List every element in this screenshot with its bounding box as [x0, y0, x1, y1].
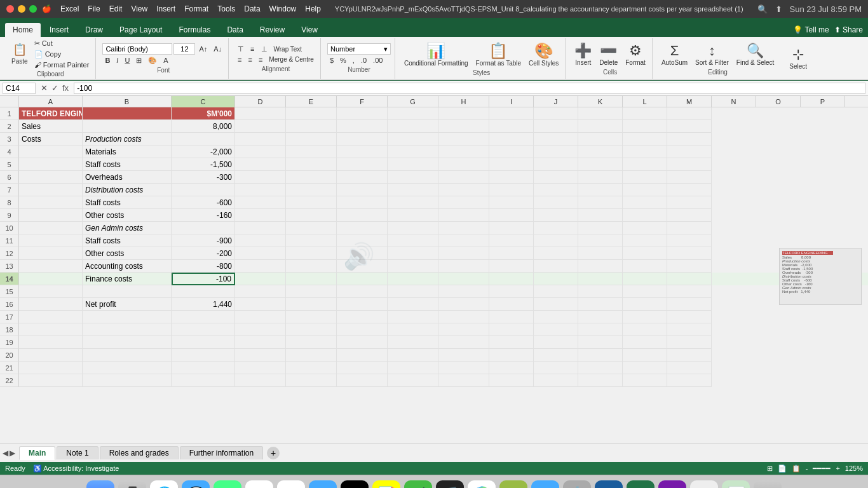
cell-l14[interactable]	[623, 273, 667, 285]
cell-b12[interactable]: Other costs	[83, 247, 172, 260]
cell-a6[interactable]	[19, 171, 83, 184]
cell-b21[interactable]	[83, 362, 172, 374]
cell-h14[interactable]	[438, 273, 489, 285]
cell-a11[interactable]	[19, 234, 83, 247]
cell-e2[interactable]	[286, 120, 337, 133]
share-button[interactable]: ⬆ Share	[834, 25, 863, 34]
cell-e22[interactable]	[286, 374, 337, 387]
cell-a17[interactable]	[19, 311, 83, 323]
cell-d22[interactable]	[235, 374, 286, 387]
dock-terminal[interactable]: 💻	[341, 480, 369, 489]
sheet-tab-note1[interactable]: Note 1	[57, 446, 98, 459]
dock-notes[interactable]: 📝	[372, 480, 400, 489]
cell-m20[interactable]	[667, 349, 712, 362]
cell-a21[interactable]	[19, 362, 83, 374]
sheet-nav-left[interactable]: ◀	[3, 449, 8, 458]
dock-messages[interactable]: 💬	[182, 480, 210, 489]
align-right-button[interactable]: ≡	[256, 55, 265, 64]
cell-m14[interactable]	[667, 273, 712, 285]
cell-l12[interactable]	[623, 247, 667, 260]
cell-b22[interactable]	[83, 374, 172, 387]
align-top-button[interactable]: ⊤	[235, 44, 247, 54]
cell-styles-button[interactable]: 🎨 Cell Styles	[526, 41, 561, 68]
cell-f8[interactable]	[337, 196, 388, 209]
align-center-button[interactable]: ≡	[246, 55, 255, 64]
wrap-text-button[interactable]: Wrap Text	[271, 45, 305, 53]
cell-c14[interactable]: -100	[172, 273, 235, 285]
cell-f9[interactable]	[337, 209, 388, 222]
cell-f18[interactable]	[337, 323, 388, 336]
cell-k21[interactable]	[578, 362, 623, 374]
cell-c8[interactable]: -600	[172, 196, 235, 209]
cell-h1[interactable]	[438, 107, 489, 120]
cell-k20[interactable]	[578, 349, 623, 362]
dock-launchpad[interactable]: 📱	[118, 480, 146, 489]
cell-m18[interactable]	[667, 323, 712, 336]
confirm-formula-icon[interactable]: ✓	[51, 83, 58, 93]
cell-f19[interactable]	[337, 336, 388, 349]
share-title-icon[interactable]: ⬆	[775, 4, 782, 14]
cell-m3[interactable]	[667, 133, 712, 146]
dock-facetime[interactable]: 📹	[404, 480, 432, 489]
menu-format[interactable]: Format	[184, 4, 208, 13]
dock-safari[interactable]: 🌐	[150, 480, 178, 489]
cell-a19[interactable]	[19, 336, 83, 349]
view-page-break-icon[interactable]: 📋	[792, 464, 801, 473]
cell-e9[interactable]	[286, 209, 337, 222]
view-page-icon[interactable]: 📄	[778, 464, 787, 473]
cell-d9[interactable]	[235, 209, 286, 222]
cell-h8[interactable]	[438, 196, 489, 209]
cell-j7[interactable]	[534, 184, 578, 196]
cell-d21[interactable]	[235, 362, 286, 374]
paste-button[interactable]: 📋 Paste	[9, 42, 31, 66]
sheet-tab-further[interactable]: Further information	[180, 446, 263, 459]
cell-k22[interactable]	[578, 374, 623, 387]
cell-m2[interactable]	[667, 120, 712, 133]
cell-c7[interactable]	[172, 184, 235, 196]
cell-f21[interactable]	[337, 362, 388, 374]
cell-a5[interactable]	[19, 158, 83, 171]
cell-i9[interactable]	[489, 209, 534, 222]
cell-d1[interactable]	[235, 107, 286, 120]
cell-h19[interactable]	[438, 336, 489, 349]
cell-a13[interactable]	[19, 260, 83, 273]
cell-e17[interactable]	[286, 311, 337, 323]
menu-data[interactable]: Data	[244, 4, 260, 13]
cell-a4[interactable]	[19, 146, 83, 158]
cell-j21[interactable]	[534, 362, 578, 374]
cell-d14[interactable]	[235, 273, 286, 285]
col-header-h[interactable]: H	[438, 96, 489, 107]
col-header-d[interactable]: D	[235, 96, 286, 107]
cell-b5[interactable]: Staff costs	[83, 158, 172, 171]
cell-b7[interactable]: Distribution costs	[83, 184, 172, 196]
cell-a14[interactable]	[19, 273, 83, 285]
cell-l19[interactable]	[623, 336, 667, 349]
cell-m9[interactable]	[667, 209, 712, 222]
cell-d6[interactable]	[235, 171, 286, 184]
minimize-button[interactable]	[18, 5, 25, 13]
dock-appstore[interactable]: 🛍	[531, 480, 559, 489]
cell-b9[interactable]: Other costs	[83, 209, 172, 222]
cell-g16[interactable]	[388, 298, 438, 311]
cell-d4[interactable]	[235, 146, 286, 158]
cell-m22[interactable]	[667, 374, 712, 387]
cell-c12[interactable]: -200	[172, 247, 235, 260]
dock-excel[interactable]: X	[627, 480, 654, 489]
cell-g10[interactable]	[388, 222, 438, 234]
cell-j10[interactable]	[534, 222, 578, 234]
cell-f7[interactable]	[337, 184, 388, 196]
cell-d8[interactable]	[235, 196, 286, 209]
cell-b16[interactable]: Net profit	[83, 298, 172, 311]
cell-d17[interactable]	[235, 311, 286, 323]
insert-button[interactable]: ➕ Insert	[572, 41, 594, 67]
cell-m1[interactable]	[667, 107, 712, 120]
cell-k8[interactable]	[578, 196, 623, 209]
cell-l9[interactable]	[623, 209, 667, 222]
dock-word[interactable]: W	[595, 480, 623, 489]
cell-l10[interactable]	[623, 222, 667, 234]
cell-l21[interactable]	[623, 362, 667, 374]
cell-k13[interactable]	[578, 260, 623, 273]
cell-a2[interactable]: Sales	[19, 120, 83, 133]
cell-c21[interactable]	[172, 362, 235, 374]
cell-b20[interactable]	[83, 349, 172, 362]
